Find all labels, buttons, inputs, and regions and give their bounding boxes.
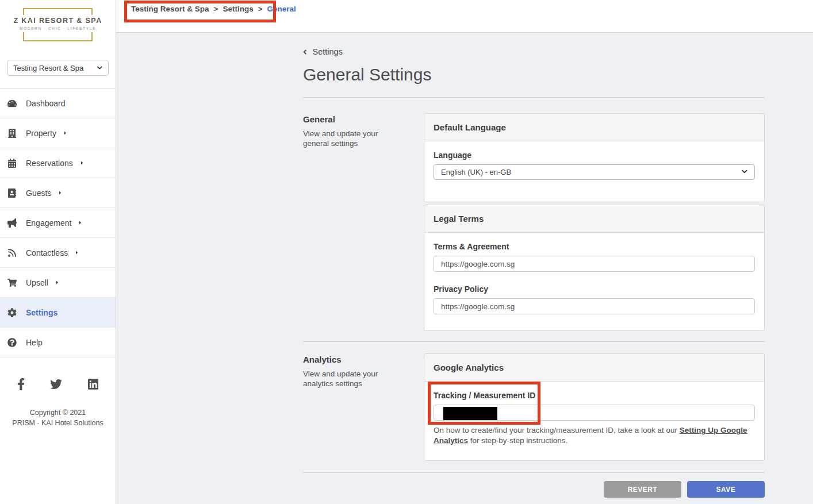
sidebar-item-label: Guests	[26, 188, 51, 198]
content: Settings General Settings General View a…	[116, 33, 813, 504]
breadcrumb: Testing Resort & Spa > Settings > Genera…	[131, 5, 813, 13]
rss-icon	[7, 248, 17, 257]
social-links	[0, 378, 116, 390]
divider	[303, 472, 765, 473]
chevron-down-icon	[97, 64, 102, 72]
sidebar-item-reservations[interactable]: Reservations	[0, 148, 116, 178]
card-title-default-language: Default Language	[424, 114, 764, 141]
section-heading-general: General	[303, 114, 410, 124]
page-title: General Settings	[303, 65, 765, 84]
sidebar-item-label: Settings	[26, 308, 57, 317]
sidebar-item-label: Property	[26, 129, 56, 138]
form-actions: REVERT SAVE	[303, 481, 765, 498]
sidebar-item-label: Upsell	[26, 278, 48, 287]
brand-logo: Z KAI RESORT & SPA MODERN · CHIC · LIFES…	[0, 5, 116, 43]
sidebar-menu: Dashboard Property Reservations	[0, 89, 116, 357]
facebook-icon[interactable]	[17, 378, 25, 390]
gear-icon	[7, 307, 17, 317]
privacy-policy-label: Privacy Policy	[434, 284, 755, 294]
language-label: Language	[434, 151, 755, 160]
general-section: General View and update your general set…	[303, 113, 765, 331]
calendar-icon	[7, 158, 17, 168]
logo-tagline: MODERN · CHIC · LIFESTYLE	[5, 26, 111, 30]
divider	[303, 341, 765, 342]
sidebar-divider	[0, 76, 116, 89]
section-description-general: View and update your general settings	[303, 129, 400, 148]
chevron-left-icon	[303, 48, 307, 56]
breadcrumb-item-settings[interactable]: Settings	[223, 5, 253, 13]
card-title-legal-terms: Legal Terms	[424, 205, 764, 233]
section-description-analytics: View and update your analytics settings	[303, 369, 400, 388]
caret-right-icon	[76, 250, 78, 255]
sidebar-item-label: Reservations	[26, 159, 73, 168]
breadcrumb-separator: >	[258, 5, 263, 13]
main-area: Testing Resort & Spa > Settings > Genera…	[116, 0, 813, 504]
question-circle-icon	[7, 337, 17, 347]
sidebar-item-dashboard[interactable]: Dashboard	[0, 89, 116, 118]
sidebar-item-label: Contactless	[26, 248, 68, 257]
twitter-icon[interactable]	[50, 378, 62, 390]
language-select-value: English (UK) - en-GB	[441, 168, 511, 176]
caret-right-icon	[79, 220, 81, 225]
copyright-line1: Copyright © 2021	[0, 407, 116, 418]
sidebar-item-help[interactable]: Help	[0, 328, 116, 357]
breadcrumb-item-general[interactable]: General	[267, 5, 296, 13]
breadcrumb-separator: >	[214, 5, 218, 13]
cart-icon	[7, 278, 17, 287]
sidebar-item-settings[interactable]: Settings	[0, 298, 116, 328]
property-selector[interactable]: Testing Resort & Spa	[7, 60, 109, 76]
caret-right-icon	[64, 130, 66, 136]
building-icon	[7, 128, 17, 138]
linkedin-icon[interactable]	[88, 378, 98, 390]
breadcrumb-item-property[interactable]: Testing Resort & Spa	[131, 5, 209, 13]
caret-right-icon	[59, 190, 61, 195]
divider	[303, 97, 765, 98]
language-select[interactable]: English (UK) - en-GB	[434, 164, 755, 180]
copyright: Copyright © 2021 PRISM · KAI Hotel Solut…	[0, 407, 116, 428]
back-to-settings-link[interactable]: Settings	[303, 47, 343, 57]
sidebar-item-upsell[interactable]: Upsell	[0, 268, 116, 298]
save-button[interactable]: SAVE	[687, 481, 765, 498]
terms-agreement-label: Terms & Agreement	[434, 242, 755, 251]
redacted-tracking-id-value	[443, 407, 497, 420]
sidebar-item-label: Help	[26, 338, 43, 347]
back-link-label: Settings	[313, 47, 343, 56]
property-selector-value: Testing Resort & Spa	[13, 64, 83, 72]
section-heading-analytics: Analytics	[303, 355, 410, 364]
sidebar-item-engagement[interactable]: Engagement	[0, 208, 116, 238]
caret-right-icon	[56, 280, 58, 285]
tracking-id-helper-text: On how to create/find your tracking/meas…	[434, 425, 755, 445]
analytics-section: Analytics View and update your analytics…	[303, 353, 765, 461]
megaphone-icon	[7, 218, 17, 228]
privacy-policy-input[interactable]	[434, 298, 755, 314]
revert-button[interactable]: REVERT	[604, 481, 681, 498]
address-book-icon	[7, 188, 17, 198]
sidebar-item-label: Dashboard	[26, 99, 66, 108]
app: Z KAI RESORT & SPA MODERN · CHIC · LIFES…	[0, 0, 813, 504]
google-analytics-card: Google Analytics Tracking / Measurement …	[424, 353, 765, 461]
sidebar-item-property[interactable]: Property	[0, 118, 116, 148]
legal-terms-card: Legal Terms Terms & Agreement Privacy Po…	[424, 205, 765, 331]
dashboard-icon	[7, 98, 17, 108]
terms-agreement-input[interactable]	[434, 256, 755, 272]
tracking-id-label: Tracking / Measurement ID	[434, 391, 755, 400]
logo-title: Z KAI RESORT & SPA	[5, 17, 111, 25]
caret-right-icon	[81, 160, 83, 166]
sidebar-item-contactless[interactable]: Contactless	[0, 238, 116, 268]
topbar: Testing Resort & Spa > Settings > Genera…	[116, 0, 813, 33]
sidebar-item-label: Engagement	[26, 218, 71, 228]
sidebar: Z KAI RESORT & SPA MODERN · CHIC · LIFES…	[0, 0, 116, 504]
card-title-google-analytics: Google Analytics	[424, 354, 764, 382]
chevron-down-icon	[742, 168, 747, 176]
copyright-line2: PRISM · KAI Hotel Solutions	[0, 418, 116, 428]
default-language-card: Default Language Language English (UK) -…	[424, 113, 765, 202]
sidebar-item-guests[interactable]: Guests	[0, 178, 116, 208]
